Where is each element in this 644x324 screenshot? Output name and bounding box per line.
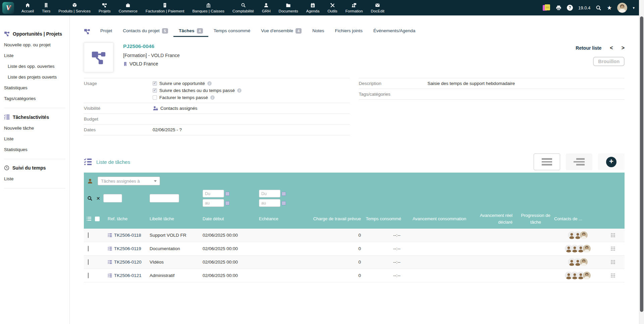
- assigned-to-select[interactable]: Tâches assignées à: [98, 177, 160, 185]
- tab-contacts-du-projet[interactable]: Contacts du projet5: [117, 26, 173, 37]
- columns-list-icon[interactable]: [87, 216, 92, 221]
- task-date-start: 02/06/2025 00:00: [203, 260, 259, 265]
- row-checkbox[interactable]: [88, 259, 89, 265]
- sidebar-item-liste-projets-ouverts[interactable]: Liste des projets ouverts: [8, 75, 69, 80]
- sidebar-item-liste-projets[interactable]: Liste: [4, 53, 69, 58]
- task-workload: 0: [307, 260, 366, 265]
- tab-evenements-agenda[interactable]: Événements/Agenda: [368, 26, 421, 37]
- calendar-icon[interactable]: [282, 201, 286, 205]
- contact-avatar-photo[interactable]: [583, 245, 591, 252]
- nav-item-banques[interactable]: Banques | Caisses: [188, 0, 228, 15]
- column-header-task-progression[interactable]: Progression de tâche: [517, 212, 554, 225]
- app-logo[interactable]: V: [2, 2, 14, 14]
- drag-handle-icon[interactable]: [601, 260, 625, 264]
- budget-row: Budget: [84, 114, 350, 125]
- column-header-workload[interactable]: Charge de travail prévue: [307, 216, 366, 222]
- nav-item-comptabilite[interactable]: Comptabilité: [228, 0, 258, 15]
- nav-item-accueil[interactable]: Accueil: [17, 0, 38, 15]
- filter-label-input[interactable]: [150, 194, 179, 202]
- sidebar-item-liste-opp-ouvertes[interactable]: Liste des opp. ouvertes: [8, 64, 69, 69]
- tab-taches[interactable]: Tâches4: [173, 26, 208, 37]
- task-ref-link[interactable]: TK2506-0121: [103, 273, 150, 278]
- nav-item-commerce[interactable]: Commerce: [115, 0, 142, 15]
- column-header-consumption-progress[interactable]: Avancement consommation: [406, 216, 473, 222]
- add-task-button[interactable]: +: [598, 153, 625, 170]
- nav-item-docedit[interactable]: DocEdit: [367, 0, 388, 15]
- contact-avatar-photo[interactable]: [580, 258, 588, 266]
- tab-notes[interactable]: Notes: [307, 26, 329, 37]
- sidebar-section-taches[interactable]: Tâches/activités: [4, 114, 69, 120]
- clear-filters-icon[interactable]: ✕: [96, 196, 100, 201]
- nav-item-formation[interactable]: Formation: [341, 0, 367, 15]
- contact-avatar-photo[interactable]: [580, 231, 588, 239]
- drag-handle-icon[interactable]: [601, 273, 625, 278]
- bookmark-star-icon[interactable]: ★: [607, 5, 612, 11]
- filter-date-start-from-input[interactable]: [203, 190, 224, 197]
- sidebar-item-liste-taches[interactable]: Liste: [4, 136, 69, 141]
- sidebar-item-liste-temps[interactable]: Liste: [4, 176, 69, 181]
- printer-icon[interactable]: [556, 5, 561, 11]
- sidebar-item-statistiques-projets[interactable]: Statistiques: [4, 85, 69, 90]
- previous-record-icon[interactable]: <: [610, 45, 613, 51]
- tab-temps-consomme[interactable]: Temps consommé: [208, 26, 256, 37]
- nav-item-outils[interactable]: Outils: [323, 0, 341, 15]
- calendar-icon[interactable]: [225, 201, 229, 205]
- tab-fichiers-joints[interactable]: Fichiers joints: [329, 26, 368, 37]
- notes-icon[interactable]: [543, 4, 550, 11]
- row-checkbox[interactable]: [88, 246, 89, 251]
- task-label: Documentation: [150, 246, 203, 251]
- column-header-date-start[interactable]: Date début: [203, 216, 259, 222]
- tree-view-button[interactable]: [566, 153, 592, 170]
- row-checkbox[interactable]: [88, 232, 89, 238]
- column-header-ref[interactable]: Ref. tâche: [103, 216, 150, 222]
- sidebar-section-suivi-temps[interactable]: Suivi du temps: [4, 165, 69, 171]
- column-header-time-spent[interactable]: Temps consommé: [366, 216, 406, 222]
- nav-item-documents[interactable]: Documents: [275, 0, 302, 15]
- calendar-icon[interactable]: [225, 192, 229, 196]
- filter-ref-input[interactable]: [103, 194, 122, 202]
- filter-date-start-to-input[interactable]: [203, 199, 224, 207]
- sidebar-item-statistiques-taches[interactable]: Statistiques: [4, 147, 69, 152]
- nav-item-agenda[interactable]: Agenda: [302, 0, 324, 15]
- contact-avatar-photo[interactable]: [583, 272, 591, 279]
- app-logo-letter: V: [6, 4, 10, 12]
- calendar-icon[interactable]: [282, 192, 286, 196]
- scrollbar-thumb[interactable]: [640, 16, 643, 312]
- nav-item-produits-services[interactable]: Produits | Services: [54, 0, 95, 15]
- task-ref-link[interactable]: TK2506-0118: [103, 233, 150, 238]
- column-header-contacts[interactable]: Contacts de ...: [554, 216, 601, 222]
- column-header-label[interactable]: Libellé tâche: [150, 216, 203, 222]
- list-view-button[interactable]: [534, 153, 560, 170]
- drag-handle-icon[interactable]: [601, 233, 625, 237]
- sidebar-section-projects[interactable]: Opportunités | Projets: [4, 31, 69, 37]
- nav-item-facturation[interactable]: Facturation | Paiement: [142, 0, 189, 15]
- back-to-list-link[interactable]: Retour liste: [576, 45, 601, 51]
- navbar-right-tools: ? 19.0.4 ★ ▾: [543, 3, 635, 13]
- window-scrollbar[interactable]: [639, 0, 644, 324]
- select-all-checkbox[interactable]: [95, 217, 100, 221]
- search-icon[interactable]: [87, 196, 93, 201]
- search-icon[interactable]: [596, 5, 601, 11]
- usage-option-billing: Facturer le temps passé i: [153, 95, 241, 100]
- filter-deadline-from-input[interactable]: [259, 190, 280, 197]
- task-ref-link[interactable]: TK2506-0119: [103, 246, 150, 251]
- nav-item-tiers[interactable]: Tiers: [38, 0, 54, 15]
- sidebar-item-nouvelle-tache[interactable]: Nouvelle tâche: [4, 126, 69, 131]
- filter-deadline-to-input[interactable]: [259, 199, 280, 207]
- nav-item-projets[interactable]: Projets: [95, 0, 115, 15]
- next-record-icon[interactable]: >: [622, 45, 625, 51]
- tab-vue-ensemble[interactable]: Vue d'ensemble4: [256, 26, 307, 37]
- nav-item-grh[interactable]: GRH: [258, 0, 275, 15]
- sidebar-item-nouvelle-opp[interactable]: Nouvelle opp. ou projet: [4, 42, 69, 47]
- row-checkbox[interactable]: [88, 273, 89, 278]
- help-icon[interactable]: ?: [567, 5, 573, 11]
- column-header-declared-progress[interactable]: Avancement réel déclaré: [473, 212, 517, 225]
- task-ref-link[interactable]: TK2506-0120: [103, 260, 150, 265]
- sidebar-item-tags-categories[interactable]: Tags/catégories: [4, 96, 69, 101]
- column-header-deadline[interactable]: Echéance: [259, 216, 307, 222]
- user-avatar[interactable]: [617, 3, 627, 13]
- tab-projet[interactable]: Projet: [95, 26, 117, 37]
- drag-handle-icon[interactable]: [601, 246, 625, 251]
- project-company[interactable]: VOLD France: [123, 61, 180, 66]
- chevron-down-icon[interactable]: ▾: [633, 6, 635, 10]
